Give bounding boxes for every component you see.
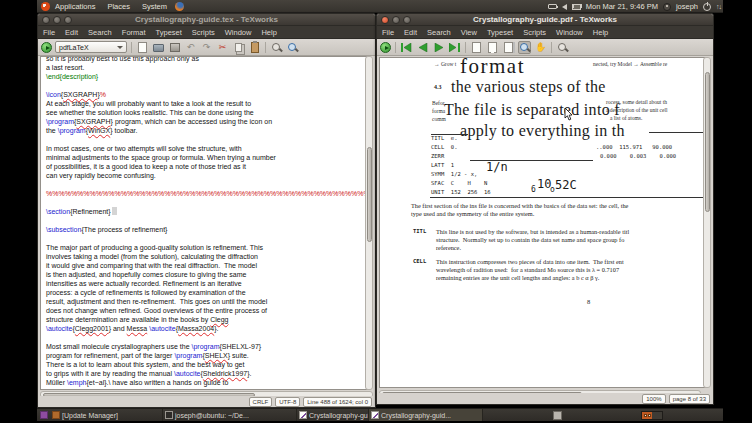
mail-icon[interactable]: [572, 4, 581, 10]
editor-line: the \program{WinGX} toolbar.: [46, 126, 368, 135]
editor-line: is then adjusted, and hopefully comes cl…: [46, 270, 368, 279]
editor-line: involves taking a model (from the soluti…: [46, 252, 368, 261]
chevron-down-icon: [117, 46, 123, 49]
menu-scripts[interactable]: Scripts: [518, 26, 551, 39]
editor-line: %%%%%%%%%%%%%%%%%%%%%%%%%%%%%%%%%%%%%%%%…: [46, 189, 368, 198]
pdf-vertical-scrollbar[interactable]: [703, 57, 711, 388]
magnify-tool-button[interactable]: [518, 41, 531, 54]
menu-window[interactable]: Window: [551, 26, 588, 39]
pdf-text-fragment: This instruction compresses two pieces o…: [436, 258, 624, 265]
pdf-text-fragment: CELL 0.: [431, 144, 458, 150]
pdf-text-fragment: The first section of the ins file is con…: [411, 202, 628, 209]
two-pages-continuous-button[interactable]: [502, 41, 515, 54]
hand-tool-button[interactable]: ✋: [534, 41, 547, 54]
panel-menu-system[interactable]: System: [137, 0, 172, 13]
pdf-text-fragment: 1/n: [486, 161, 508, 173]
status-item: UTF-8: [275, 397, 300, 407]
editor-vertical-scrollbar[interactable]: [365, 56, 373, 390]
um-icon: [52, 411, 60, 419]
menu-scripts[interactable]: Scripts: [187, 26, 220, 39]
menu-help[interactable]: Help: [588, 26, 613, 39]
status-item: page 8 of 33: [669, 394, 710, 404]
editor-line: process: a cycle of refinements is follo…: [46, 288, 368, 297]
menu-help[interactable]: Help: [256, 26, 281, 39]
redo-button[interactable]: ↷: [200, 41, 213, 54]
pdf-text-fragment: 0.000 0.003 0.000: [600, 153, 676, 159]
menu-format[interactable]: Format: [117, 26, 151, 39]
new-file-button[interactable]: [136, 41, 149, 54]
scroll-thumb[interactable]: [705, 72, 710, 212]
editor-line: [46, 135, 368, 144]
taskbar-item[interactable]: Crystallography-guid...: [369, 409, 483, 421]
previous-page-button[interactable]: [416, 41, 429, 54]
pdf-text-fragment: TITL e.: [431, 135, 458, 141]
replace-button[interactable]: [286, 41, 299, 54]
last-page-button[interactable]: [448, 41, 461, 54]
pdf-statusbar: 100%page 8 of 33: [377, 393, 713, 404]
menu-file[interactable]: File: [377, 26, 399, 39]
menu-file[interactable]: File: [38, 26, 60, 39]
next-page-button[interactable]: [432, 41, 445, 54]
find-button[interactable]: [556, 41, 569, 54]
menu-edit[interactable]: Edit: [60, 26, 83, 39]
pdf-text-fragment: a list of atoms.: [610, 115, 642, 121]
pdf-page[interactable]: → Grow tformatnected, try Model → Assemb…: [379, 57, 706, 388]
pdf-titlebar[interactable]: Crystallography-guide.pdf - TeXworks: [377, 14, 713, 26]
menu-window[interactable]: Window: [220, 26, 257, 39]
user-avatar[interactable]: [663, 3, 671, 11]
engine-select[interactable]: pdfLaTeX: [55, 41, 127, 53]
editor-line: a last resort.: [46, 63, 368, 72]
taskbar-item[interactable]: joseph@ubuntu: ~/De...: [163, 409, 297, 421]
find-button[interactable]: [270, 41, 283, 54]
editor-line: [46, 216, 368, 225]
pdf-text-fragment: CELL: [413, 258, 426, 264]
editor-line: does not change when refined. Good overv…: [46, 306, 368, 315]
taskbar-app-icon[interactable]: [553, 411, 562, 420]
battery-icon[interactable]: [548, 4, 557, 9]
scroll-thumb[interactable]: [367, 147, 372, 242]
menu-typeset[interactable]: Typeset: [151, 26, 187, 39]
workspace-2[interactable]: [652, 412, 662, 419]
cut-button[interactable]: ✂: [216, 41, 229, 54]
pdf-text-fragment: → Grow t: [434, 61, 456, 67]
show-desktop-icon[interactable]: [40, 411, 48, 419]
editor-line: \section{Refinement}: [46, 207, 368, 216]
menu-search[interactable]: Search: [83, 26, 117, 39]
menu-edit[interactable]: Edit: [399, 26, 422, 39]
taskbar-item[interactable]: Crystallography-guid...: [297, 409, 369, 421]
typeset-run-button[interactable]: [41, 42, 52, 53]
menu-view[interactable]: View: [456, 26, 482, 39]
editor-titlebar[interactable]: Crystallography-guide.tex - TeXworks: [38, 14, 375, 26]
clock[interactable]: Mon Mar 21, 9:46 PM: [586, 2, 658, 11]
pdf-text-fragment: apply to everything in th: [460, 123, 625, 139]
pdf-text-fragment: the various steps of the: [451, 79, 606, 95]
editor-text[interactable]: so it is probably best to use this appro…: [40, 56, 369, 390]
paste-button[interactable]: [248, 41, 261, 54]
pdf-text-fragment: a description of the unit cell: [606, 107, 668, 113]
menu-search[interactable]: Search: [422, 26, 456, 39]
ubuntu-logo-icon[interactable]: [41, 2, 50, 11]
status-item: 100%: [642, 394, 665, 404]
editor-line: Müller \emph{et~al}.\ have also written …: [46, 378, 368, 387]
first-page-button[interactable]: [400, 41, 413, 54]
panel-menu-applications[interactable]: Applications: [50, 0, 100, 13]
network-arrows-icon[interactable]: ↑↓: [716, 3, 721, 10]
username[interactable]: joseph: [676, 2, 698, 11]
firefox-icon[interactable]: [175, 2, 184, 11]
tex-icon: [299, 411, 307, 419]
open-file-button[interactable]: [152, 41, 165, 54]
typeset-run-button[interactable]: [380, 42, 391, 53]
menu-typeset[interactable]: Typeset: [482, 26, 518, 39]
undo-button[interactable]: ↶: [184, 41, 197, 54]
single-page-button[interactable]: [470, 41, 483, 54]
copy-button[interactable]: [232, 41, 245, 54]
pdf-text-fragment: 8: [587, 298, 590, 305]
editor-line: [46, 81, 368, 90]
volume-icon[interactable]: [562, 4, 567, 10]
taskbar-item[interactable]: [Update Manager]: [50, 409, 163, 421]
workspace-1[interactable]: [642, 412, 652, 419]
panel-menu-places[interactable]: Places: [102, 0, 135, 13]
save-file-button[interactable]: [168, 41, 181, 54]
single-page-continuous-button[interactable]: [486, 41, 499, 54]
power-icon[interactable]: [703, 3, 711, 11]
